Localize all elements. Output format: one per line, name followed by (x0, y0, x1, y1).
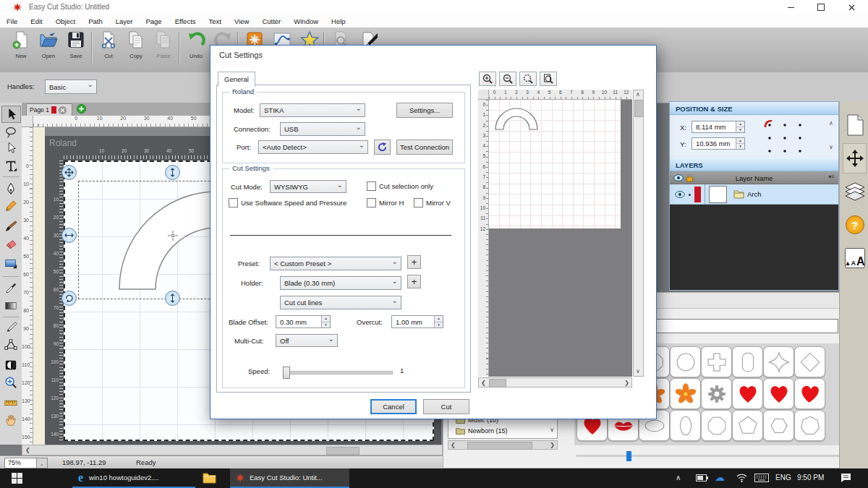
notification-center-icon[interactable] (841, 473, 851, 483)
zoom-dropdown-icon[interactable]: ⌄ (36, 458, 48, 468)
menu-file[interactable]: File (0, 17, 24, 25)
help-tab[interactable]: ? (843, 210, 867, 240)
shape-tile-gear[interactable] (701, 378, 732, 409)
start-button[interactable] (0, 468, 33, 488)
checkbox-box[interactable] (367, 181, 376, 191)
checkbox-box[interactable] (367, 198, 376, 207)
rotate-handle[interactable] (61, 291, 77, 306)
scroll-right-icon[interactable]: ❯ (624, 380, 629, 386)
resize-horizontal-handle[interactable] (61, 228, 77, 243)
shape-tile-octagon[interactable] (701, 410, 732, 441)
layers-menu-icon[interactable]: ▾≡ (828, 174, 835, 180)
menu-effects[interactable]: Effects (169, 17, 203, 25)
overcut-field[interactable]: 1.00 mm▲▼ (391, 315, 443, 328)
scroll-down-icon[interactable]: ∨ (636, 369, 640, 374)
scroll-up-icon[interactable]: ∧ (636, 92, 640, 98)
cut-confirm-button[interactable]: Cut (423, 399, 469, 414)
scroll-right-icon[interactable]: ❯ (550, 442, 555, 448)
settings-button[interactable]: Settings... (396, 103, 453, 118)
shape-tile-heptagon[interactable] (794, 410, 825, 441)
menu-view[interactable]: View (228, 17, 255, 25)
menu-object[interactable]: Object (49, 17, 82, 25)
scrollbar-thumb[interactable] (467, 442, 532, 450)
canvas-h-scrollbar[interactable]: ❮ (22, 445, 443, 455)
overcut-spinner[interactable]: ▲▼ (434, 316, 443, 328)
minimize-button[interactable] (786, 3, 796, 12)
keyboard-icon[interactable] (754, 474, 769, 482)
pan-tool[interactable] (2, 412, 20, 428)
rectangle-tool[interactable] (2, 256, 20, 272)
shape-zoom-slider-thumb[interactable] (626, 451, 631, 461)
layer-lock-dot[interactable] (689, 194, 691, 196)
tree-h-scrollbar[interactable]: ❮ ❯ (448, 440, 558, 450)
add-holder-button[interactable]: + (407, 275, 421, 288)
shape-tile-pentagon[interactable] (732, 410, 763, 441)
cancel-button[interactable]: Cancel (370, 399, 417, 414)
anchor-point-grid[interactable] (764, 120, 806, 156)
onedrive-cloud-icon[interactable]: ☁ (715, 471, 725, 483)
pen-tool[interactable] (2, 181, 20, 197)
holder-select[interactable]: Blade (0.30 mm) (280, 276, 401, 290)
preview-h-scrollbar[interactable]: ❮ ❯ (478, 377, 632, 388)
shape-tile-pill[interactable] (732, 346, 763, 377)
shape-tile-cross[interactable] (701, 346, 732, 377)
menu-help[interactable]: Help (325, 17, 352, 25)
shape-tile-circle[interactable] (670, 346, 701, 377)
open-button[interactable]: Open (35, 30, 62, 59)
model-select[interactable]: STIKA (260, 103, 365, 117)
position-size-header[interactable]: POSITION & SIZE (670, 103, 838, 115)
move-handle[interactable] (61, 165, 77, 180)
multicut-select[interactable]: Off (276, 334, 338, 347)
cut-lines-select[interactable]: Cut cut lines (280, 296, 401, 309)
software-speed-checkbox[interactable]: Use Software Speed and Pressure (229, 198, 346, 207)
tree-scroll-down-icon[interactable]: ∨ (550, 427, 554, 433)
checkbox-box[interactable] (229, 198, 238, 207)
menu-text[interactable]: Text (203, 17, 228, 25)
x-position-field[interactable]: 8.114 mm ▲▼ (692, 121, 745, 133)
select-tool[interactable] (1, 106, 21, 123)
pages-tab[interactable] (843, 110, 867, 140)
mirror-h-checkbox[interactable]: Mirror H (367, 198, 404, 207)
save-button[interactable]: Save (62, 30, 90, 59)
battery-icon[interactable] (696, 474, 708, 481)
scrollbar-thumb[interactable] (489, 379, 506, 388)
zoom-tool[interactable] (2, 374, 20, 390)
zoom-selection-button[interactable] (519, 72, 537, 86)
layers-header[interactable]: LAYERS (670, 159, 838, 171)
layer-color-bar[interactable] (694, 187, 701, 202)
blade-offset-spinner[interactable]: ▲▼ (321, 316, 330, 328)
tree-item-partial[interactable] (456, 438, 465, 439)
close-page-icon[interactable] (59, 106, 67, 114)
shape-tile-heart[interactable] (732, 378, 763, 409)
pencil-tool[interactable] (2, 198, 20, 214)
taskbar-edge-tab[interactable]: e win10 howtoguidev2.... (72, 468, 195, 488)
preview-v-scrollbar[interactable]: ∧ ∨ (633, 90, 644, 377)
menu-window[interactable]: Window (287, 17, 325, 25)
copy-button[interactable]: Copy (122, 30, 150, 59)
cut-selection-only-checkbox[interactable]: Cut selection only (367, 181, 433, 191)
panel-scroll-up-icon[interactable]: ∧ (829, 120, 833, 127)
speed-slider-track[interactable] (283, 371, 393, 374)
checkbox-box[interactable] (414, 198, 423, 207)
knife-tool[interactable] (2, 320, 20, 335)
file-explorer-button[interactable] (203, 472, 216, 487)
brush-tool[interactable] (2, 218, 20, 234)
eyedropper-tool[interactable] (2, 281, 20, 296)
y-spinner-buttons[interactable]: ▲▼ (736, 138, 744, 149)
layer-row[interactable]: Arch (670, 184, 838, 205)
menu-layer[interactable]: Layer (109, 17, 140, 25)
menu-page[interactable]: Page (139, 17, 168, 25)
shape-tile-oval[interactable] (670, 410, 701, 441)
panel-scroll-down-icon[interactable]: ∨ (829, 144, 833, 150)
port-select[interactable]: <Auto Detect> (258, 140, 368, 154)
tree-item-newborn[interactable]: Newborn (15) (456, 427, 508, 435)
refresh-ports-button[interactable] (374, 140, 391, 155)
shape-tile-star4[interactable] (763, 346, 794, 377)
shape-tile-flower[interactable] (670, 378, 701, 409)
invert-tool[interactable] (2, 357, 20, 373)
scrollbar-thumb[interactable] (634, 100, 644, 117)
shape-tile-hexagon[interactable] (763, 410, 794, 441)
polygon-node-tool[interactable] (2, 337, 20, 353)
resize-vertical-handle[interactable] (165, 291, 180, 306)
shape-tile-heart-tilt[interactable] (794, 378, 825, 409)
